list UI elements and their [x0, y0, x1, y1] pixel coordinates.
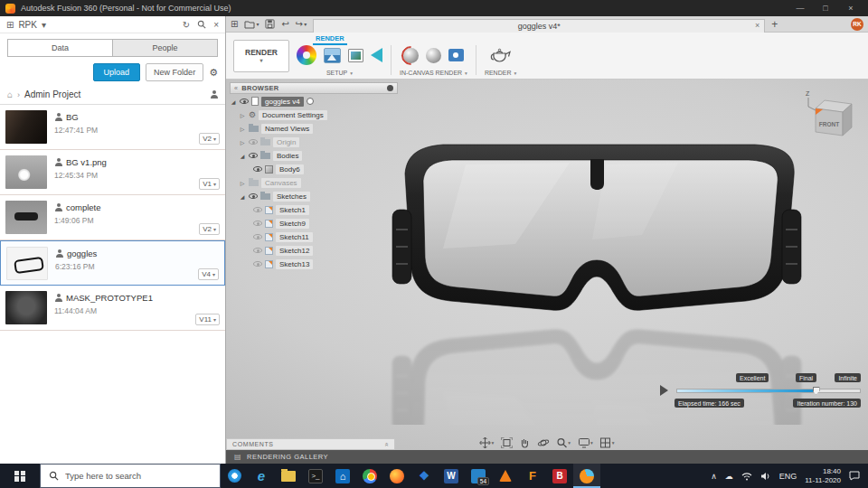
list-item-selected[interactable]: goggles 6:23:16 PM V4▾ [0, 240, 225, 286]
save-icon[interactable] [265, 19, 275, 29]
taskbar-app-terminal[interactable]: >_ [302, 464, 329, 488]
visibility-eye-icon[interactable] [240, 99, 249, 104]
display-settings-icon[interactable]: ▾ [578, 437, 593, 448]
onedrive-cloud-icon[interactable]: ☁ [725, 472, 733, 481]
node-label[interactable]: Sketch12 [276, 246, 313, 256]
node-label[interactable]: Sketch1 [276, 205, 309, 215]
tree-node[interactable]: ◢ Sketches [230, 190, 398, 202]
in-canvas-render-settings-icon[interactable] [426, 48, 441, 63]
render-play-button[interactable] [660, 385, 668, 396]
quality-excellent[interactable]: Excellent [736, 373, 769, 382]
render-teapot-icon[interactable] [489, 47, 513, 63]
taskbar-app-edge[interactable]: e [248, 464, 275, 488]
search-input[interactable] [65, 471, 192, 481]
list-item[interactable]: BG v1.png 12:45:34 PM V1▾ [0, 150, 225, 195]
taskbar-app-chrome[interactable] [356, 464, 383, 488]
in-canvas-render-menu[interactable]: IN-CANVAS RENDER▾ [400, 67, 467, 79]
pan-icon[interactable]: ▾ [479, 437, 494, 448]
minimize-button[interactable]: — [788, 1, 812, 15]
taskbar-app-firefox[interactable] [383, 464, 410, 488]
node-label[interactable]: goggles v4 [261, 97, 304, 107]
list-item[interactable]: MASK_PROTOTYPE1 11:44:04 AM V11▾ [0, 286, 225, 331]
node-label[interactable]: Sketches [273, 192, 310, 202]
document-tab[interactable]: goggles v4* × [313, 19, 765, 33]
list-item[interactable]: complete 1:49:06 PM V2▾ [0, 195, 225, 240]
chevron-down-icon[interactable]: ▾ [42, 20, 46, 30]
viewport-3d[interactable]: « BROWSER ◢ goggles v4 ▷ ⚙ Doc [226, 80, 868, 450]
tray-expand-icon[interactable]: ∧ [711, 472, 717, 481]
scene-settings-icon[interactable] [324, 48, 341, 63]
workspace-name[interactable]: RPK [18, 20, 37, 30]
version-dropdown[interactable]: V2▾ [199, 223, 220, 235]
redo-icon[interactable]: ↪▾ [296, 19, 307, 29]
project-name[interactable]: Admin Project [24, 89, 80, 99]
node-label[interactable]: Sketch13 [276, 259, 313, 269]
expand-icon[interactable]: ◢ [239, 193, 246, 200]
network-icon[interactable] [741, 472, 752, 481]
tree-node[interactable]: Sketch1 [230, 203, 398, 216]
expand-icon[interactable]: ◢ [230, 99, 237, 105]
visibility-eye-icon[interactable] [253, 166, 262, 172]
settings-gear-icon[interactable]: ⚙ [209, 67, 218, 79]
tab-people[interactable]: People [112, 39, 218, 57]
rendering-gallery-bar[interactable]: ▤ RENDERING GALLERY [226, 450, 868, 464]
taskbar-clock[interactable]: 18:40 11-11-2020 [805, 467, 841, 484]
fit-icon[interactable] [501, 437, 512, 448]
expand-icon[interactable]: ▷ [239, 139, 246, 145]
tree-node[interactable]: ▷ Canvases [230, 176, 398, 189]
language-indicator[interactable]: ENG [779, 472, 797, 481]
version-dropdown[interactable]: V4▾ [198, 268, 219, 280]
list-item[interactable]: BG 12:47:41 PM V2▾ [0, 105, 225, 150]
tree-node[interactable]: Sketch11 [230, 230, 398, 243]
visibility-eye-icon[interactable] [253, 207, 262, 212]
data-panel-toggle-icon[interactable]: ⊞ [231, 19, 238, 29]
maximize-button[interactable]: □ [814, 1, 837, 15]
search-icon[interactable] [197, 20, 206, 29]
start-button[interactable] [0, 464, 40, 488]
tree-node[interactable]: Body6 [230, 163, 398, 175]
capture-image-icon[interactable] [448, 49, 464, 61]
node-label[interactable]: Sketch9 [276, 219, 309, 229]
node-label[interactable]: Named Views [261, 124, 313, 134]
close-panel-icon[interactable]: × [213, 20, 219, 30]
visibility-eye-icon[interactable] [249, 139, 258, 145]
taskbar-app-b[interactable]: B [546, 464, 573, 488]
upload-button[interactable]: Upload [93, 63, 141, 81]
new-folder-button[interactable]: New Folder [146, 63, 203, 81]
undo-icon[interactable]: ↩ [281, 19, 288, 29]
refresh-icon[interactable]: ↻ [183, 20, 190, 30]
node-label[interactable]: Bodies [273, 151, 302, 161]
action-center-icon[interactable] [849, 471, 860, 481]
version-dropdown[interactable]: V2▾ [199, 133, 220, 145]
quality-infinite[interactable]: Infinite [835, 373, 861, 382]
visibility-eye-icon[interactable] [249, 153, 258, 158]
texture-map-icon[interactable] [371, 48, 382, 62]
tree-node[interactable]: Sketch13 [230, 258, 398, 270]
members-icon[interactable] [210, 90, 218, 99]
grid-layout-icon[interactable]: ▾ [600, 437, 615, 448]
tree-node[interactable]: ▷ ⚙ Document Settings [230, 108, 398, 121]
taskbar-app-dropbox[interactable]: ❖ [410, 464, 438, 488]
node-label[interactable]: Origin [273, 137, 299, 147]
workspace-selector[interactable]: RENDER ▾ [233, 40, 289, 72]
render-menu[interactable]: RENDER▾ [485, 67, 516, 79]
taskbar-app-vlc[interactable] [492, 464, 519, 488]
taskbar-app-file-explorer[interactable] [275, 464, 302, 488]
browser-options-icon[interactable] [387, 85, 393, 91]
node-label[interactable]: Sketch11 [276, 232, 313, 242]
in-canvas-render-icon[interactable] [403, 48, 419, 63]
visibility-eye-icon[interactable] [253, 234, 262, 239]
quality-final[interactable]: Final [796, 373, 816, 382]
home-icon[interactable]: ⌂ [7, 89, 13, 99]
taskbar-app-fusion360-active[interactable] [573, 464, 600, 488]
taskbar-app-store[interactable]: ⌂ [329, 464, 356, 488]
render-progress-track[interactable] [676, 389, 861, 393]
taskbar-app-word[interactable]: W [438, 464, 465, 488]
expand-icon[interactable]: ◢ [239, 153, 246, 159]
tree-node[interactable]: ▷ Named Views [230, 122, 398, 135]
version-dropdown[interactable]: V11▾ [195, 314, 220, 325]
node-label[interactable]: Canvases [261, 178, 301, 188]
node-label[interactable]: Document Settings [259, 110, 327, 120]
zoom-icon[interactable]: ▾ [556, 437, 571, 448]
collapse-browser-icon[interactable]: « [234, 85, 238, 91]
